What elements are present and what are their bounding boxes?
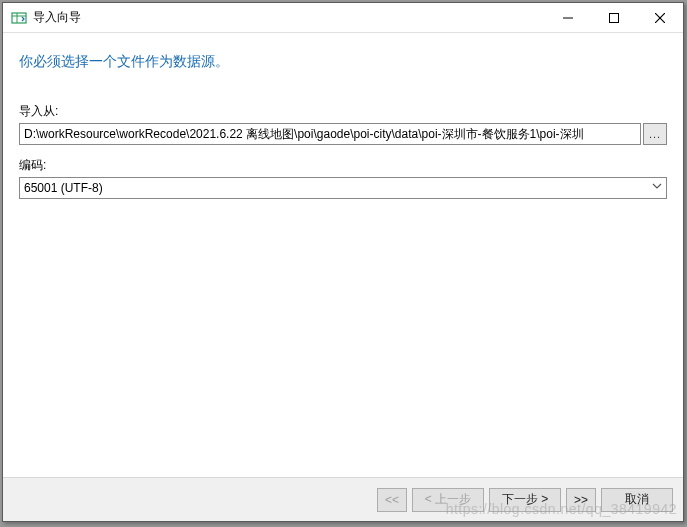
wizard-window: 导入向导 你必须选择一个文件作为数据源。 导入从: ... 编码: 65001 … <box>2 2 684 522</box>
encoding-select[interactable]: 65001 (UTF-8) <box>19 177 667 199</box>
content-spacer <box>19 211 667 467</box>
app-icon <box>11 10 27 26</box>
encoding-value: 65001 (UTF-8) <box>19 177 667 199</box>
close-button[interactable] <box>637 3 683 32</box>
window-title: 导入向导 <box>33 9 545 26</box>
encoding-label: 编码: <box>19 157 667 174</box>
window-controls <box>545 3 683 32</box>
import-from-label: 导入从: <box>19 103 667 120</box>
maximize-button[interactable] <box>591 3 637 32</box>
svg-rect-0 <box>12 13 26 23</box>
cancel-button[interactable]: 取消 <box>601 488 673 512</box>
svg-rect-4 <box>610 13 619 22</box>
titlebar: 导入向导 <box>3 3 683 33</box>
encoding-row: 65001 (UTF-8) <box>19 177 667 199</box>
last-button[interactable]: >> <box>566 488 596 512</box>
first-button[interactable]: << <box>377 488 407 512</box>
footer: << < 上一步 下一步 > >> 取消 <box>3 477 683 521</box>
back-button[interactable]: < 上一步 <box>412 488 484 512</box>
content-area: 你必须选择一个文件作为数据源。 导入从: ... 编码: 65001 (UTF-… <box>3 33 683 477</box>
instruction-heading: 你必须选择一个文件作为数据源。 <box>19 53 667 71</box>
import-from-row: ... <box>19 123 667 145</box>
browse-button[interactable]: ... <box>643 123 667 145</box>
minimize-button[interactable] <box>545 3 591 32</box>
next-button[interactable]: 下一步 > <box>489 488 561 512</box>
import-from-input[interactable] <box>19 123 641 145</box>
